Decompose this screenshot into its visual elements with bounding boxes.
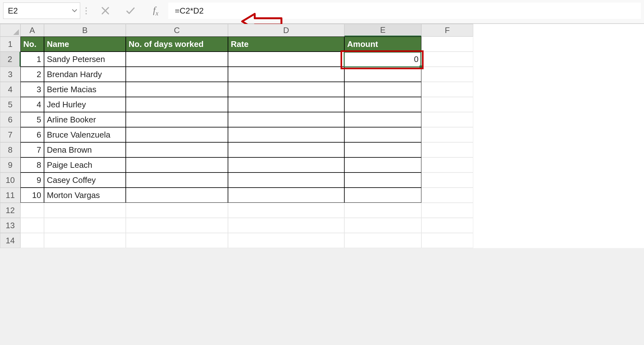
cell-name[interactable]: Jed Hurley xyxy=(44,97,126,112)
cell-amount[interactable] xyxy=(344,142,421,157)
cell-F[interactable] xyxy=(421,172,473,188)
column-header-C[interactable]: C xyxy=(126,24,228,37)
cell-days[interactable] xyxy=(126,157,228,172)
cell[interactable] xyxy=(344,203,421,218)
column-header-F[interactable]: F xyxy=(421,24,473,37)
cancel-button[interactable] xyxy=(93,3,118,19)
cell-days[interactable] xyxy=(126,82,228,97)
cell-name[interactable]: Morton Vargas xyxy=(44,188,126,203)
cell-amount[interactable] xyxy=(344,97,421,112)
row-header-1[interactable]: 1 xyxy=(0,37,20,52)
cell-amount[interactable] xyxy=(344,112,421,127)
cell-days[interactable] xyxy=(126,67,228,82)
cell-F[interactable] xyxy=(421,127,473,142)
name-box-dropdown-icon[interactable] xyxy=(72,6,77,16)
cell-amount[interactable] xyxy=(344,82,421,97)
cell-days[interactable] xyxy=(126,188,228,203)
cell-F[interactable] xyxy=(421,67,473,82)
cell-no[interactable]: 9 xyxy=(20,172,44,188)
cell-rate[interactable] xyxy=(228,157,344,172)
cell-amount[interactable] xyxy=(344,172,421,188)
row-header-6[interactable]: 6 xyxy=(0,112,20,127)
cell-F[interactable] xyxy=(421,97,473,112)
cell-amount[interactable] xyxy=(344,67,421,82)
cell[interactable] xyxy=(421,218,473,233)
cell-no[interactable]: 10 xyxy=(20,188,44,203)
cell[interactable] xyxy=(44,203,126,218)
cell-rate[interactable] xyxy=(228,142,344,157)
cell-name[interactable]: Arline Booker xyxy=(44,112,126,127)
cell-amount[interactable] xyxy=(344,188,421,203)
cell-no[interactable]: 1 xyxy=(20,52,44,67)
cell-rate[interactable] xyxy=(228,172,344,188)
cell-amount[interactable]: 0 xyxy=(344,52,421,67)
row-header-7[interactable]: 7 xyxy=(0,127,20,142)
cell-name[interactable]: Sandy Petersen xyxy=(44,52,126,67)
cell[interactable] xyxy=(126,203,228,218)
row-header-11[interactable]: 11 xyxy=(0,188,20,203)
cell-no[interactable]: 5 xyxy=(20,112,44,127)
row-header-2[interactable]: 2 xyxy=(0,52,20,67)
enter-button[interactable] xyxy=(118,3,143,19)
column-header-E[interactable]: E xyxy=(344,24,421,37)
cell-F1[interactable] xyxy=(421,37,473,52)
cell[interactable] xyxy=(421,233,473,248)
cell[interactable] xyxy=(44,233,126,248)
cell-no[interactable]: 3 xyxy=(20,82,44,97)
cell-days[interactable] xyxy=(126,172,228,188)
row-header-13[interactable]: 13 xyxy=(0,218,20,233)
formula-input[interactable]: =C2*D2 xyxy=(168,3,641,19)
cell-no[interactable]: 4 xyxy=(20,97,44,112)
cell-no[interactable]: 7 xyxy=(20,142,44,157)
row-header-12[interactable]: 12 xyxy=(0,203,20,218)
name-box[interactable]: E2 xyxy=(3,3,80,19)
row-header-10[interactable]: 10 xyxy=(0,172,20,188)
cell[interactable] xyxy=(126,218,228,233)
row-header-8[interactable]: 8 xyxy=(0,142,20,157)
cell[interactable] xyxy=(44,218,126,233)
column-header-D[interactable]: D xyxy=(228,24,344,37)
header-name[interactable]: Name xyxy=(44,37,126,52)
cell[interactable] xyxy=(228,233,344,248)
cell[interactable] xyxy=(344,233,421,248)
cell-amount[interactable] xyxy=(344,127,421,142)
cell[interactable] xyxy=(126,233,228,248)
header-days[interactable]: No. of days worked xyxy=(126,37,228,52)
cell-name[interactable]: Bruce Valenzuela xyxy=(44,127,126,142)
header-rate[interactable]: Rate xyxy=(228,37,344,52)
cell-name[interactable]: Casey Coffey xyxy=(44,172,126,188)
cell-days[interactable] xyxy=(126,52,228,67)
cell[interactable] xyxy=(344,218,421,233)
cell[interactable] xyxy=(20,203,44,218)
cell-rate[interactable] xyxy=(228,97,344,112)
cell-rate[interactable] xyxy=(228,52,344,67)
cell-amount[interactable] xyxy=(344,157,421,172)
cell-days[interactable] xyxy=(126,142,228,157)
row-header-9[interactable]: 9 xyxy=(0,157,20,172)
header-no[interactable]: No. xyxy=(20,37,44,52)
cell[interactable] xyxy=(20,218,44,233)
cell-days[interactable] xyxy=(126,97,228,112)
column-header-A[interactable]: A xyxy=(20,24,44,37)
cell-rate[interactable] xyxy=(228,112,344,127)
cell-F[interactable] xyxy=(421,157,473,172)
cell-F[interactable] xyxy=(421,142,473,157)
cell-F[interactable] xyxy=(421,188,473,203)
select-all-corner[interactable] xyxy=(0,24,20,37)
column-header-B[interactable]: B xyxy=(44,24,126,37)
cell-rate[interactable] xyxy=(228,82,344,97)
header-amount[interactable]: Amount xyxy=(344,37,421,52)
cell-days[interactable] xyxy=(126,112,228,127)
cell-rate[interactable] xyxy=(228,188,344,203)
cell-no[interactable]: 2 xyxy=(20,67,44,82)
cell[interactable] xyxy=(228,218,344,233)
cell[interactable] xyxy=(421,203,473,218)
cell-rate[interactable] xyxy=(228,67,344,82)
row-header-4[interactable]: 4 xyxy=(0,82,20,97)
cell[interactable] xyxy=(228,203,344,218)
cell[interactable] xyxy=(20,233,44,248)
cell-F[interactable] xyxy=(421,52,473,67)
cell-name[interactable]: Paige Leach xyxy=(44,157,126,172)
row-header-3[interactable]: 3 xyxy=(0,67,20,82)
cell-days[interactable] xyxy=(126,127,228,142)
